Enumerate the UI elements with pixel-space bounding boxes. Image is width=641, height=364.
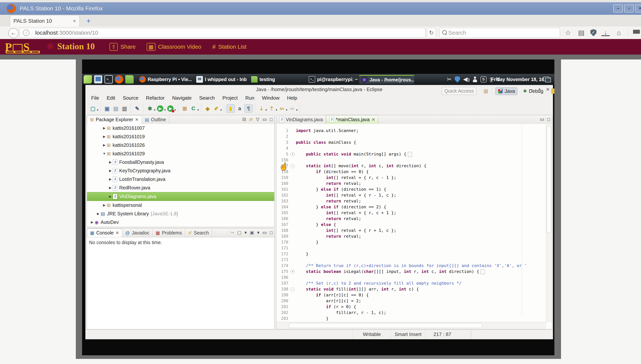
pen-icon[interactable]: ✎ [133,104,141,112]
new-wizard-icon[interactable]: ▢ [89,104,97,112]
task-mail[interactable]: ✉I whipped out - Inb... [194,75,247,84]
menu-source[interactable]: Source [119,95,142,101]
maximize-icon[interactable]: □ [547,117,550,122]
tree-item-kattis20161007[interactable]: ▶⊞kattis20161007 [87,124,274,132]
refresh-icon[interactable]: C [189,104,197,112]
refresh-icon-caret[interactable]: ▾ [197,108,199,112]
back-button[interactable]: ← [8,28,19,38]
code-line[interactable]: 1import java.util.Scanner; [276,128,546,134]
search-input[interactable] [448,29,560,36]
menu-navigate[interactable]: Navigate [168,95,195,101]
web-browser-icon[interactable] [94,75,102,84]
task-firefox[interactable]: Raspberry Pi • Vie... [137,75,192,84]
collapsed-arrow-icon[interactable]: ▶ [102,143,107,147]
classroom-video-button[interactable]: ▦Classroom Video [147,43,201,51]
code-line[interactable]: 167 } else { [276,222,546,228]
code-editor[interactable]: 1import java.util.Scanner;23public class… [276,124,546,322]
code-line[interactable]: 164 } else if (direction == 2) { [276,204,546,210]
show-whitespace-icon[interactable]: ¶ [244,104,253,113]
new-package-icon[interactable]: ⊞ [181,104,189,112]
tree-item-foosballdynasty-java[interactable]: ▶JFoosballDynasty.java [87,158,274,166]
code-line[interactable]: 156 [276,157,546,163]
close-tab-icon[interactable]: ✕ [135,117,138,122]
tree-item-keytocryptography-java[interactable]: ▶JKeyToCryptography.java [87,166,274,175]
code-line[interactable]: 202 fill(arr, r - 1, c); [276,310,546,316]
tree-item-redrover-java[interactable]: ▶JRedRover.java [87,184,274,192]
next-annotation-icon-caret[interactable]: ▾ [265,108,267,112]
code-line[interactable]: 175+ static boolean isLegal(char[][] inp… [276,268,546,274]
editor-tab-mainclass-java[interactable]: J*mainClass.java✕ [326,115,378,124]
code-line[interactable]: 161 } else if (direction == 1) { [276,186,546,192]
code-line[interactable]: 170 } [276,239,546,245]
vertical-scroll-thumb[interactable] [547,126,551,232]
prev-annotation-icon[interactable]: ⇡ [268,104,275,112]
search-flashlight-icon[interactable]: ✐ [212,104,220,112]
editor-horizontal-scrollbar[interactable] [276,322,546,329]
menu-refactor[interactable]: Refactor [142,95,168,101]
station-video-player[interactable]: >_ Raspberry Pi • Vie...✉I whipped out -… [76,54,561,359]
perspective-git[interactable]: Git [549,88,554,95]
code-line[interactable]: 158 if (direction == 0) { [276,169,546,174]
explorer-tab-package-explorer[interactable]: ⊞Package Explorer✕ [87,115,142,124]
code-line[interactable]: 4 [276,145,546,151]
code-line[interactable]: 159 int[] retval = { r, c - 1 }; [276,174,546,180]
task-eclipse[interactable]: Java - /home/jrous... [359,75,414,84]
new-wizard-icon-caret[interactable]: ▾ [97,108,98,112]
console-tab-search[interactable]: ✐Search [185,228,212,237]
menu-file[interactable]: File [87,95,103,101]
code-line[interactable]: 2 [276,134,546,140]
console-tab-javadoc[interactable]: @Javadoc [122,228,153,237]
code-line[interactable]: 173 [276,257,546,263]
site-info-icon[interactable]: i [23,30,29,36]
workspace-pager-icon[interactable] [543,77,551,82]
pocket-list-icon[interactable]: ▤ [577,29,585,37]
code-line[interactable]: 160 return retval; [276,180,546,186]
bookmark-star-icon[interactable]: ☆ [564,29,572,37]
close-tab-icon[interactable]: ✕ [372,117,375,122]
code-line[interactable]: 174 /** Return true if (r,c)+direction i… [276,263,546,268]
menu-search[interactable]: Search [195,95,218,101]
task-files[interactable]: testing [249,75,279,84]
station-list-button[interactable]: #Station List [212,43,246,50]
eclipse-titlebar[interactable]: Java - /home/jroush/temp/testing/mainCla… [86,85,553,94]
app-menu-icon[interactable] [84,75,92,84]
collapsed-arrow-icon[interactable]: ▶ [102,126,107,130]
screenshot-scissors-icon[interactable]: ✂ [447,76,452,83]
new-tab-button[interactable]: + [83,17,94,26]
quick-access-field[interactable]: Quick Access [442,87,476,95]
user-icon[interactable] [473,76,477,82]
next-annotation-icon[interactable]: ⇣ [257,104,265,112]
code-line[interactable]: 163 return retval; [276,198,546,204]
new-console-view-icon[interactable]: ▣ [250,230,254,235]
collapsed-arrow-icon[interactable]: ▶ [108,177,113,181]
tree-item-kattispersonal[interactable]: ▶⊞kattispersonal [87,201,274,210]
code-line[interactable]: 162 int[] retval = { r - 1, c }; [276,192,546,198]
code-line[interactable]: 203 } [276,316,546,322]
fold-expand-icon[interactable]: + [290,270,295,274]
volume-icon[interactable]: ◀ [463,75,469,84]
vnc-shield-icon[interactable] [455,76,460,82]
menu-project[interactable]: Project [218,95,241,101]
collapsed-arrow-icon[interactable]: ▶ [108,169,113,173]
code-line[interactable]: 198− static void fill(int[][] arr, int r… [276,286,546,292]
open-perspective-icon[interactable]: ⊞ [483,88,488,94]
back-history-icon-caret[interactable]: ▾ [286,108,287,112]
save-all-icon[interactable]: ▤ [112,104,120,112]
url-bar[interactable]: i localhost :3000/station/10 [20,28,425,38]
console-tab-console[interactable]: ▦Console✕ [87,228,122,237]
coverage-icon-caret[interactable]: ▾ [174,108,176,112]
minimize-icon[interactable]: ▭ [262,117,267,122]
tree-item-jre-system-library[interactable]: ▶▤JRE System Library[JavaSE-1.8] [87,210,274,218]
close-tab-icon[interactable]: ✕ [115,230,119,236]
minimize-icon[interactable]: ▭ [262,230,267,235]
menu-window[interactable]: Window [258,95,283,101]
tree-item-kattis20161019[interactable]: ▶⊞kattis20161019 [87,132,274,141]
collapsed-arrow-icon[interactable]: ▶ [96,212,101,216]
s-badge-icon[interactable]: S [480,76,487,82]
code-line[interactable]: 171 [276,245,546,251]
collapse-all-icon[interactable]: ⊟ [242,117,246,122]
debug-icon[interactable]: ✱ [146,104,154,112]
collapsed-code-icon[interactable] [481,269,485,274]
code-line[interactable]: 165 int[] retval = { r, c + 1 }; [276,210,546,216]
debug-icon-caret[interactable]: ▾ [154,108,155,112]
